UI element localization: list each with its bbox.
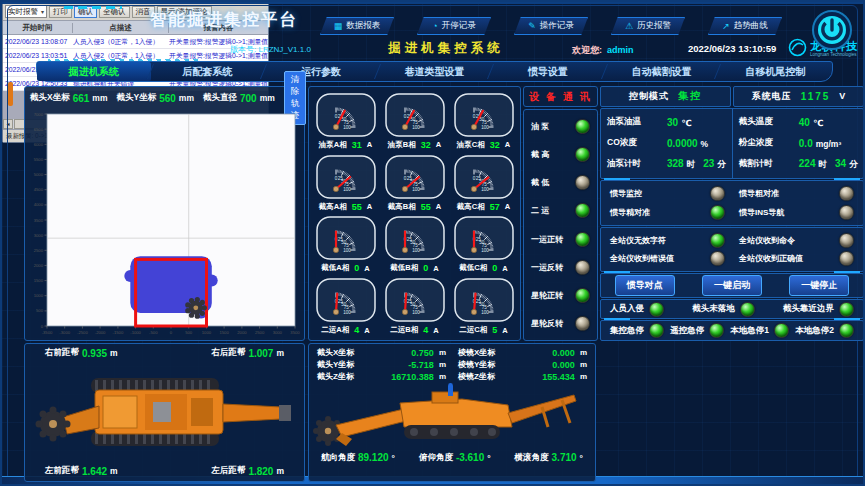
system-voltage-label: 系统电压 [752, 90, 792, 103]
field: 左后距帮1.820m [211, 465, 284, 477]
gauge-value: 0 [423, 263, 428, 273]
stat-segment: 30℃ [667, 117, 691, 128]
status-led [710, 233, 725, 248]
gauge-label: 截高C相 [457, 202, 485, 212]
trend-curve-button[interactable]: ↗趋势曲线 [708, 17, 782, 35]
gauge: 0255075100二运A相4A [311, 275, 380, 337]
svg-text:2500: 2500 [255, 330, 265, 335]
stat-label: 粉尘浓度 [739, 137, 791, 149]
nav-label: 历史报警 [637, 20, 671, 32]
indicator-label: 惯导INS导航 [739, 207, 784, 218]
field: 截头X坐标661mm [30, 92, 107, 104]
operation-record-button[interactable]: ✎操作记录 [514, 17, 588, 35]
gauge-unit: A [433, 264, 438, 273]
distance-top-row: 右前距帮0.935m右后距帮1.007m [25, 344, 304, 362]
status-led [839, 251, 854, 266]
indicator-row: 遥控急停 [670, 323, 724, 338]
gauge: 0255075100油泵B相32A [380, 90, 449, 152]
nav-label: 数据报表 [346, 20, 380, 32]
svg-text:3000: 3000 [34, 233, 44, 238]
svg-text:500: 500 [185, 330, 193, 335]
status-led [575, 119, 590, 134]
gauge-unit: A [436, 140, 441, 149]
field-label: 左后距帮 [211, 465, 245, 477]
stat-label: 截割计时 [739, 158, 791, 170]
tab-self-moving-tail-control[interactable]: 自移机尾控制 [718, 62, 832, 81]
one-key-start-button[interactable]: 一键启动 [702, 275, 762, 296]
svg-text:1000: 1000 [202, 330, 212, 335]
one-key-stop-button[interactable]: 一键停止 [789, 275, 849, 296]
tab-backup-system[interactable]: 后配套系统 [151, 62, 265, 81]
gauge: 0255075100截低C相0A [449, 214, 518, 276]
indicator-row: 惯导监控 [610, 184, 725, 203]
cutting-head-info-row: 截头X坐标661mm截头Y坐标560mm截头直径700mm清除轨迹 [25, 87, 304, 109]
field-label: 棱镜Z坐标 [458, 371, 510, 382]
status-led [839, 302, 854, 317]
indicator-label: 本地急停1 [730, 325, 769, 337]
gauge-label: 二运C相 [459, 325, 487, 335]
gauge-dial: 0255075100 [315, 154, 377, 201]
gauge-label: 截低C相 [459, 263, 487, 273]
field-unit: m [580, 348, 587, 357]
stats-right-column: 截头温度40℃粉尘浓度0.0mg/m³截割计时224时34分 [732, 109, 864, 179]
indicator-row: 二 运 [524, 197, 597, 225]
power-button[interactable] [811, 9, 853, 51]
data-report-button[interactable]: ▦数据报表 [320, 17, 394, 35]
status-led [740, 302, 755, 317]
indicator-row: 油 泵 [524, 112, 597, 140]
tab-roadway-type-settings[interactable]: 巷道类型设置 [378, 62, 492, 81]
field: 截头直径700mm [203, 92, 275, 104]
gauge-dial: 0255075100 [315, 215, 377, 262]
device-comm-panel: 油 泵截 高截 低二 运一运正转一运反转星轮正转星轮反转 [523, 109, 598, 341]
indicator-row: 星轮反转 [524, 310, 597, 338]
gauge-label: 二运A相 [321, 325, 349, 335]
ins-point-align-button[interactable]: 惯导对点 [615, 275, 675, 296]
indicator-label: 全站仪收到命令 [739, 235, 795, 246]
gauge-value: 57 [490, 202, 500, 212]
gauge-dial: 0255075100 [453, 277, 515, 324]
gauge-value: 0 [354, 263, 359, 273]
stat-value: 328 [667, 158, 684, 169]
stat-segment: 328时 [667, 158, 695, 171]
indicator-row: 截头未落地 [692, 302, 755, 317]
indicator-label: 油 泵 [531, 121, 549, 132]
stat-segment: 23分 [703, 158, 726, 171]
field-value: 16710.388 [369, 372, 434, 382]
svg-text:-2000: -2000 [95, 330, 106, 335]
field-value: -5.718 [369, 360, 434, 370]
field-unit: ° [392, 453, 395, 463]
gauge-dial: 0255075100 [453, 154, 515, 201]
indicator-row: 截 低 [524, 169, 597, 197]
app-title: 智能掘进集控平台 [105, 9, 343, 31]
stat-row: 截头温度40℃ [739, 116, 858, 128]
stat-segment: 0.0mg/m³ [799, 138, 841, 149]
svg-text:-2500: -2500 [77, 330, 88, 335]
status-led [709, 323, 724, 338]
svg-text:1000: 1000 [34, 293, 44, 298]
gauge-unit: A [502, 264, 507, 273]
clock-icon: ◔ [432, 22, 437, 31]
alarm-filter-select[interactable]: 实时报警 ▾ [5, 5, 47, 18]
trace-panel: 截头X坐标661mm截头Y坐标560mm截头直径700mm清除轨迹 -3500-… [24, 86, 305, 341]
stat-unit: % [701, 139, 709, 149]
svg-text:3500: 3500 [34, 218, 44, 223]
field-value: 560 [159, 93, 176, 104]
mode-row: 控制模式 集控 系统电压 1175 V [600, 86, 864, 107]
alarm-row[interactable]: 2022/06/23 13:08:07人员入侵3（0正常，1入侵）开关量报警:报… [3, 35, 268, 49]
scroll-left-icon[interactable]: ◂ [3, 119, 13, 129]
alarm-bell-icon: ⚠ [625, 22, 633, 31]
stat-segment: 0.0000% [667, 138, 708, 149]
device-comm-title: 设 备 通 讯 [524, 87, 597, 106]
tab-ins-settings[interactable]: 惯导设置 [491, 62, 605, 81]
tab-roadheader-system[interactable]: 掘进机系统 [37, 62, 151, 81]
estop-leds-row: 集控急停遥控急停本地急停1本地急停2 [600, 320, 864, 341]
indicator-row: 全站仪收到正确值 [739, 249, 854, 268]
field-label: 右前距帮 [45, 347, 79, 359]
field-unit: ° [487, 453, 490, 463]
tab-auto-cutting-settings[interactable]: 自动截割设置 [605, 62, 719, 81]
start-stop-record-button[interactable]: ◔开停记录 [417, 17, 491, 35]
coordinate-field: 截头X坐标0.750m [317, 347, 446, 358]
history-alarm-button[interactable]: ⚠历史报警 [611, 17, 685, 35]
tab-running-params[interactable]: 运行参数 [264, 62, 378, 81]
system-voltage-value: 1175 [801, 91, 831, 102]
